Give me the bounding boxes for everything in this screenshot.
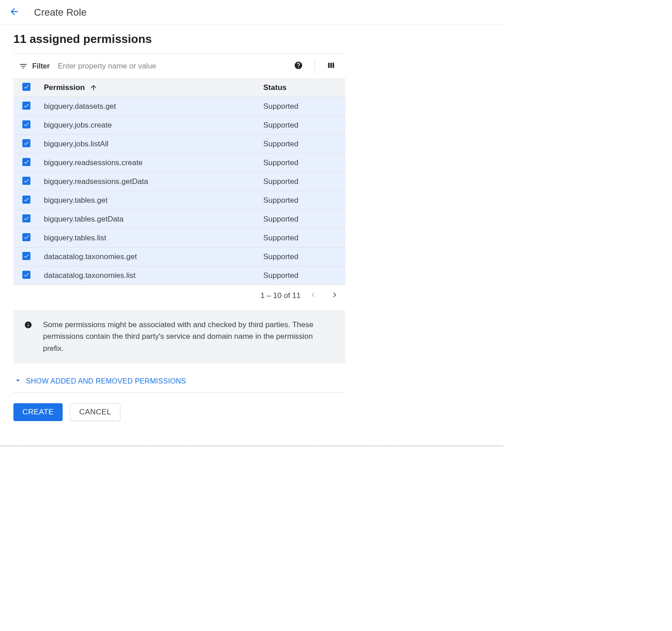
expander-label: SHOW ADDED AND REMOVED PERMISSIONS xyxy=(26,377,186,385)
filter-icon xyxy=(19,62,28,71)
create-button[interactable]: CREATE xyxy=(13,403,63,421)
permission-cell: bigquery.readsessions.create xyxy=(38,153,258,172)
permission-cell: bigquery.jobs.listAll xyxy=(38,135,258,153)
row-checkbox[interactable] xyxy=(22,214,30,222)
row-checkbox[interactable] xyxy=(22,158,30,166)
pagination: 1 – 10 of 11 xyxy=(13,285,345,307)
chevron-down-icon xyxy=(13,376,22,387)
cancel-button[interactable]: CANCEL xyxy=(70,403,120,421)
divider xyxy=(13,392,345,392)
status-cell: Supported xyxy=(258,116,345,135)
arrow-left-icon xyxy=(9,6,20,19)
status-cell: Supported xyxy=(258,266,345,285)
info-text: Some permissions might be associated wit… xyxy=(43,319,335,354)
divider xyxy=(315,59,315,73)
filter-label: Filter xyxy=(32,62,50,70)
row-checkbox[interactable] xyxy=(22,271,30,279)
status-cell: Supported xyxy=(258,153,345,172)
row-checkbox[interactable] xyxy=(22,139,30,147)
pagination-label: 1 – 10 of 11 xyxy=(260,291,301,300)
status-cell: Supported xyxy=(258,210,345,229)
permission-cell: bigquery.tables.list xyxy=(38,229,258,247)
filter-input[interactable] xyxy=(54,62,285,71)
arrow-up-icon xyxy=(89,84,98,92)
row-checkbox[interactable] xyxy=(22,252,30,260)
permission-cell: bigquery.tables.getData xyxy=(38,210,258,229)
table-row: bigquery.readsessions.createSupported xyxy=(13,153,345,172)
columns-button[interactable] xyxy=(322,57,340,75)
status-cell: Supported xyxy=(258,191,345,210)
prev-page-button[interactable] xyxy=(304,287,322,305)
table-row: bigquery.readsessions.getDataSupported xyxy=(13,172,345,191)
info-icon xyxy=(24,321,32,329)
permissions-table: Permission Status bigquery.datasets.getS… xyxy=(13,78,345,285)
content: 11 assigned permissions Filter xyxy=(0,25,359,443)
row-checkbox[interactable] xyxy=(22,177,30,185)
permission-cell: bigquery.jobs.create xyxy=(38,116,258,135)
assigned-permissions-heading: 11 assigned permissions xyxy=(13,32,345,46)
row-checkbox[interactable] xyxy=(22,196,30,204)
permission-cell: bigquery.readsessions.getData xyxy=(38,172,258,191)
select-all-checkbox[interactable] xyxy=(22,83,30,91)
table-row: bigquery.datasets.getSupported xyxy=(13,97,345,116)
help-icon xyxy=(294,61,303,72)
table-row: datacatalog.taxonomies.listSupported xyxy=(13,266,345,285)
status-cell: Supported xyxy=(258,135,345,153)
info-box: Some permissions might be associated wit… xyxy=(13,310,345,363)
chevron-right-icon xyxy=(330,290,340,302)
topbar: Create Role xyxy=(0,0,503,25)
permission-cell: datacatalog.taxonomies.get xyxy=(38,247,258,266)
filter-bar: Filter xyxy=(13,53,345,78)
table-row: bigquery.jobs.createSupported xyxy=(13,116,345,135)
table-row: datacatalog.taxonomies.getSupported xyxy=(13,247,345,266)
bottom-shadow xyxy=(0,445,503,447)
status-cell: Supported xyxy=(258,229,345,247)
row-checkbox[interactable] xyxy=(22,102,30,110)
actions: CREATE CANCEL xyxy=(13,403,345,432)
next-page-button[interactable] xyxy=(326,287,344,305)
back-button[interactable] xyxy=(7,4,21,21)
show-added-removed-toggle[interactable]: SHOW ADDED AND REMOVED PERMISSIONS xyxy=(13,376,345,387)
permission-cell: bigquery.datasets.get xyxy=(38,97,258,116)
table-row: bigquery.tables.getDataSupported xyxy=(13,210,345,229)
page-title: Create Role xyxy=(34,7,86,18)
chevron-left-icon xyxy=(308,290,318,302)
table-header-row: Permission Status xyxy=(13,78,345,97)
permission-cell: datacatalog.taxonomies.list xyxy=(38,266,258,285)
status-cell: Supported xyxy=(258,247,345,266)
row-checkbox[interactable] xyxy=(22,120,30,128)
status-cell: Supported xyxy=(258,172,345,191)
status-cell: Supported xyxy=(258,97,345,116)
permission-column-header[interactable]: Permission xyxy=(44,83,253,92)
permission-cell: bigquery.tables.get xyxy=(38,191,258,210)
permission-header-label: Permission xyxy=(44,83,85,92)
help-button[interactable] xyxy=(289,57,307,75)
table-row: bigquery.jobs.listAllSupported xyxy=(13,135,345,153)
table-row: bigquery.tables.listSupported xyxy=(13,229,345,247)
table-row: bigquery.tables.getSupported xyxy=(13,191,345,210)
status-column-header[interactable]: Status xyxy=(258,78,345,97)
row-checkbox[interactable] xyxy=(22,233,30,241)
columns-icon xyxy=(327,61,336,72)
